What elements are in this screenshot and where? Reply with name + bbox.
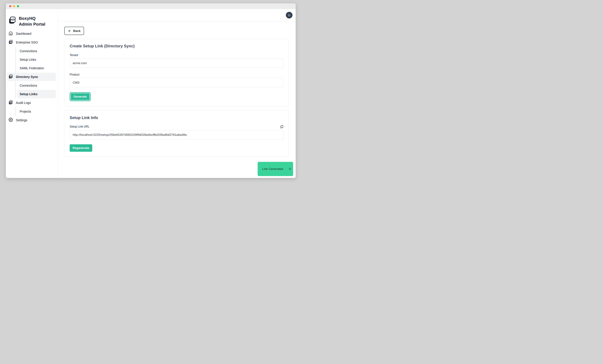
setup-link-url-input[interactable] <box>70 130 284 140</box>
enterprise-sso-subnav: Connections Setup Links SAML Federation <box>15 47 56 72</box>
sidebar-subitem-sso-setup-links[interactable]: Setup Links <box>17 55 56 64</box>
sidebar: BoxyHQ Admin Portal Dashboard <box>6 9 58 178</box>
product-label: Product <box>70 73 284 76</box>
top-header: U <box>58 9 296 22</box>
toast-close-button[interactable]: X <box>289 167 291 171</box>
app-window: BoxyHQ Admin Portal Dashboard <box>6 3 296 178</box>
back-button[interactable]: Back <box>64 27 84 35</box>
product-input[interactable] <box>70 78 284 87</box>
minimize-window-button[interactable] <box>13 5 15 7</box>
avatar-initial: U <box>288 13 290 17</box>
generate-button[interactable]: Generate <box>70 92 91 101</box>
sidebar-subitem-dsync-connections[interactable]: Connections <box>17 81 56 90</box>
directory-sync-subnav: Connections Setup Links <box>15 81 56 99</box>
sidebar-item-label: Directory Sync <box>16 75 38 79</box>
regenerate-button[interactable]: Regenerate <box>70 144 92 152</box>
copy-to-clipboard-button[interactable] <box>280 125 284 129</box>
sidebar-nav: Dashboard Enterprise SSO <box>7 29 56 124</box>
main-area: U Back Create Setup Link (Directory Sync… <box>58 9 296 178</box>
audit-clipboard-icon <box>9 100 13 106</box>
setup-link-url-row: Setup Link URL <box>70 125 284 129</box>
arrow-left-icon <box>68 29 71 33</box>
setup-link-url-label: Setup Link URL <box>70 125 90 128</box>
back-button-label: Back <box>73 29 81 33</box>
zoom-window-button[interactable] <box>17 5 19 7</box>
close-window-button[interactable] <box>9 5 11 7</box>
sso-cloud-key-icon <box>9 40 13 45</box>
sidebar-subitem-saml-federation[interactable]: SAML Federation <box>17 64 56 72</box>
window-body: BoxyHQ Admin Portal Dashboard <box>6 9 296 178</box>
audit-logs-subnav: Projects <box>15 107 56 116</box>
card-title: Setup Link Info <box>70 115 284 120</box>
create-setup-link-card: Create Setup Link (Directory Sync) Tenan… <box>64 39 289 106</box>
sidebar-subitem-projects[interactable]: Projects <box>17 107 56 116</box>
home-icon <box>9 31 13 36</box>
page-content: Back Create Setup Link (Directory Sync) … <box>58 22 296 157</box>
user-avatar[interactable]: U <box>286 12 292 19</box>
gear-icon <box>9 118 13 123</box>
sidebar-item-settings[interactable]: Settings <box>7 116 56 124</box>
tenant-input[interactable] <box>70 58 284 68</box>
clipboard-copy-icon <box>280 127 284 129</box>
sidebar-item-directory-sync[interactable]: Directory Sync <box>7 73 56 81</box>
sidebar-item-audit-logs[interactable]: Audit Logs <box>7 99 56 107</box>
brand: BoxyHQ Admin Portal <box>7 15 56 27</box>
sidebar-subitem-dsync-setup-links[interactable]: Setup Links <box>17 90 56 98</box>
brand-name: BoxyHQ Admin Portal <box>19 15 46 27</box>
boxyhq-logo-icon <box>9 15 16 27</box>
sidebar-item-label: Dashboard <box>16 32 31 36</box>
sidebar-item-label: Enterprise SSO <box>16 41 38 44</box>
sidebar-item-label: Audit Logs <box>16 101 31 105</box>
directory-folder-sync-icon <box>9 74 13 79</box>
tenant-label: Tenant <box>70 54 284 57</box>
window-titlebar <box>6 3 296 9</box>
sidebar-subitem-sso-connections[interactable]: Connections <box>17 47 56 55</box>
setup-link-info-card: Setup Link Info Setup Link URL <box>64 110 289 157</box>
sidebar-item-enterprise-sso[interactable]: Enterprise SSO <box>7 38 56 46</box>
sidebar-item-dashboard[interactable]: Dashboard <box>7 30 56 38</box>
sidebar-item-label: Settings <box>16 118 27 122</box>
toast-link-generated: Link Generated X <box>258 162 293 176</box>
toast-message: Link Generated <box>262 167 283 171</box>
card-title: Create Setup Link (Directory Sync) <box>70 44 284 48</box>
